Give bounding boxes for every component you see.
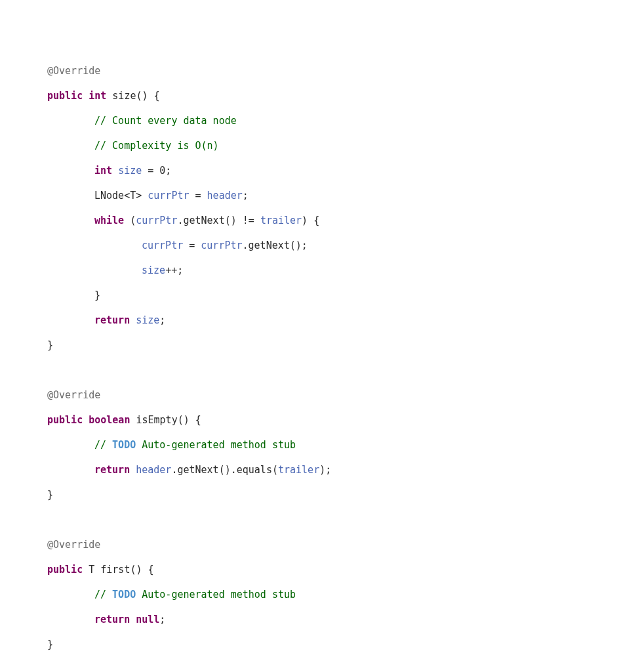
annotation-first: @Override bbox=[0, 539, 621, 551]
stmt: size++; bbox=[0, 264, 621, 277]
code-view: @Override public int size() { // Count e… bbox=[0, 52, 621, 672]
comment: // Count every data node bbox=[0, 115, 621, 127]
blank bbox=[0, 663, 621, 672]
comment: // Complexity is O(n) bbox=[0, 140, 621, 152]
stmt: currPtr = currPtr.getNext(); bbox=[0, 240, 621, 252]
brace: } bbox=[0, 289, 621, 302]
method-size-sig: public int size() { bbox=[0, 90, 621, 102]
todo-comment: // TODO Auto-generated method stub bbox=[0, 439, 621, 452]
method-isempty-sig: public boolean isEmpty() { bbox=[0, 414, 621, 427]
while: while (currPtr.getNext() != trailer) { bbox=[0, 215, 621, 227]
annotation-isempty: @Override bbox=[0, 389, 621, 402]
var-decl: int size = 0; bbox=[0, 165, 621, 177]
todo-comment: // TODO Auto-generated method stub bbox=[0, 589, 621, 601]
method-first-sig: public T first() { bbox=[0, 564, 621, 576]
return: return null; bbox=[0, 614, 621, 626]
return: return size; bbox=[0, 314, 621, 327]
return: return header.getNext().equals(trailer); bbox=[0, 464, 621, 476]
brace: } bbox=[0, 339, 621, 352]
annotation-size: @Override bbox=[0, 65, 621, 77]
blank bbox=[0, 514, 621, 526]
brace: } bbox=[0, 639, 621, 651]
var-decl: LNode<T> currPtr = header; bbox=[0, 190, 621, 202]
brace: } bbox=[0, 489, 621, 501]
blank bbox=[0, 364, 621, 377]
